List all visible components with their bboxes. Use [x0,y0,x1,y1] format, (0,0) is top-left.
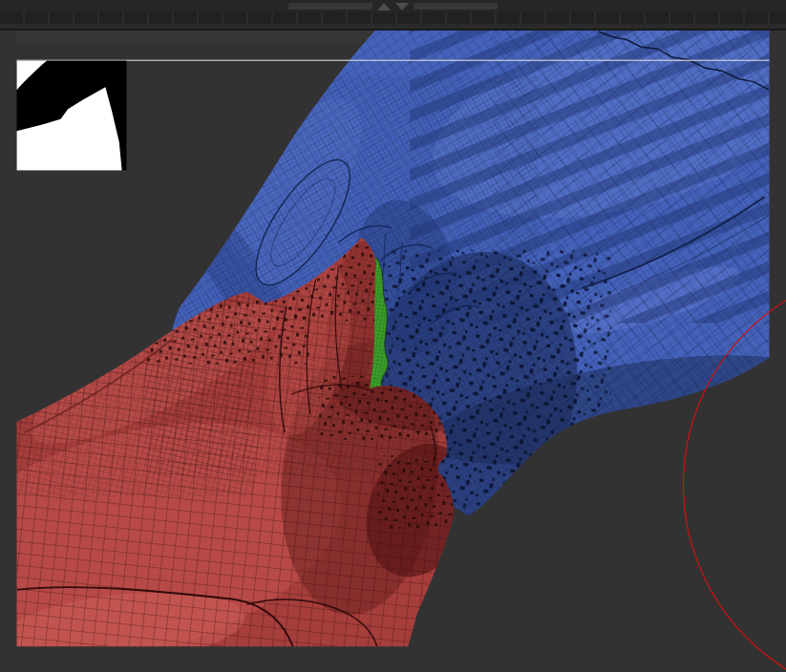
toolbar-segment[interactable] [521,12,544,24]
document-canvas[interactable] [0,31,786,672]
tray-grip-left[interactable] [288,3,372,10]
toolbar-segment[interactable] [25,12,48,24]
toolbar-segment[interactable] [745,12,768,24]
toolbar-segment[interactable] [99,12,122,24]
toolbar-segment[interactable] [447,12,470,24]
toolbar-segment[interactable] [422,12,445,24]
toolbar-segment[interactable] [546,12,569,24]
toolbar-tab-row [0,12,786,24]
toolbar-segment[interactable] [670,12,693,24]
tray-divider-bar [0,0,786,12]
alpha-preview-thumbnail [17,61,127,171]
toolbar-segment[interactable] [223,12,246,24]
toolbar-segment[interactable] [124,12,147,24]
application-window [0,0,786,672]
expand-down-arrow-icon[interactable] [395,3,409,10]
toolbar-segment[interactable] [50,12,73,24]
toolbar-segment[interactable] [571,12,594,24]
toolbar-segment[interactable] [720,12,743,24]
toolbar-segment[interactable] [695,12,718,24]
toolbar-lower-strip [0,24,786,31]
toolbar-segment[interactable] [199,12,222,24]
toolbar-segment[interactable] [273,12,296,24]
toolbar-segment[interactable] [472,12,495,24]
toolbar-segment[interactable] [323,12,346,24]
toolbar-segment[interactable] [298,12,321,24]
toolbar-segment[interactable] [248,12,271,24]
toolbar-segment[interactable] [770,12,786,24]
toolbar-segment[interactable] [0,12,23,24]
toolbar-segment[interactable] [621,12,644,24]
toolbar-segment[interactable] [149,12,172,24]
viewport-scene[interactable] [0,31,786,672]
collapse-up-arrow-icon[interactable] [377,3,391,10]
toolbar-segment[interactable] [397,12,420,24]
toolbar-segment[interactable] [348,12,371,24]
toolbar-segment[interactable] [74,12,97,24]
canvas-edge-line [17,60,770,61]
toolbar-segment[interactable] [174,12,197,24]
tray-grip-right[interactable] [414,3,498,10]
toolbar-segment[interactable] [372,12,395,24]
toolbar-segment[interactable] [596,12,619,24]
toolbar-segment[interactable] [646,12,669,24]
toolbar-segment[interactable] [497,12,520,24]
